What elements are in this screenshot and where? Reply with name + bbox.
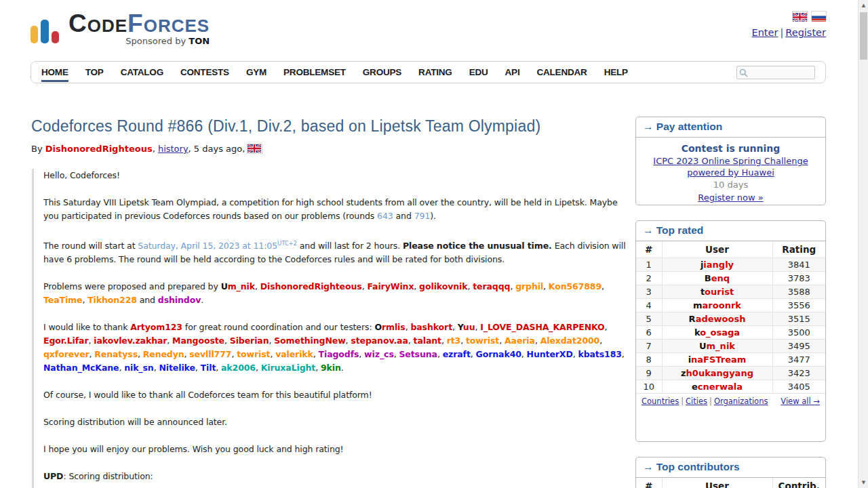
- user-link[interactable]: Nitelike: [159, 363, 195, 373]
- view-all-link[interactable]: View all →: [781, 396, 820, 406]
- nav-item-api[interactable]: API: [505, 67, 520, 77]
- page-scrollbar[interactable]: ▲ ▼: [858, 0, 868, 488]
- user-link[interactable]: bashkort: [410, 322, 452, 332]
- arrow-up-icon[interactable]: ▲: [859, 0, 868, 11]
- user-link[interactable]: U: [221, 281, 228, 291]
- cities-link[interactable]: Cities: [686, 396, 707, 406]
- user-link[interactable]: valerikk: [275, 349, 313, 359]
- user-link[interactable]: Gornak40: [476, 349, 521, 359]
- nav-item-gym[interactable]: GYM: [246, 67, 267, 77]
- user-link[interactable]: ecnerwala: [662, 380, 772, 394]
- inline-link[interactable]: 643: [377, 211, 393, 221]
- user-link[interactable]: grphil: [515, 281, 543, 291]
- user-link[interactable]: HunterXD: [527, 349, 573, 359]
- user-link[interactable]: Kon567889: [549, 281, 601, 291]
- codeforces-logo[interactable]: CodeForces Sponsored by TON: [31, 12, 210, 46]
- scrollbar-thumb[interactable]: [860, 12, 867, 60]
- user-link[interactable]: TeaTime: [43, 295, 82, 305]
- user-link[interactable]: golikovnik: [419, 281, 467, 291]
- user-link[interactable]: Artyom123: [130, 322, 182, 332]
- user-link[interactable]: Benq: [662, 272, 772, 285]
- user-link[interactable]: m_nik: [228, 281, 255, 291]
- user-link[interactable]: qxforever: [43, 349, 90, 359]
- countries-link[interactable]: Countries: [642, 396, 679, 406]
- user-link[interactable]: DishonoredRighteous: [45, 144, 153, 154]
- text-segment: ,: [437, 349, 443, 359]
- user-link[interactable]: jiangly: [662, 258, 772, 272]
- nav-item-rating[interactable]: RATING: [418, 67, 452, 77]
- user-link[interactable]: 9kin: [321, 363, 341, 373]
- nav-item-problemset[interactable]: PROBLEMSET: [283, 67, 346, 77]
- register-link[interactable]: Register: [785, 27, 826, 38]
- inline-link[interactable]: UTC+2: [277, 240, 297, 247]
- table-row: 9zh0ukangyang3423: [636, 367, 825, 380]
- user-link[interactable]: SomethingNew: [274, 336, 345, 346]
- user-link[interactable]: towrist: [237, 349, 270, 359]
- user-link[interactable]: ak2006: [221, 363, 256, 373]
- user-link[interactable]: Egor.Lifar: [43, 336, 89, 346]
- arrow-down-icon[interactable]: ▼: [859, 477, 868, 488]
- user-link[interactable]: ezraft: [443, 349, 471, 359]
- user-link[interactable]: O: [374, 322, 382, 332]
- blog-post-title[interactable]: Codeforces Round #866 (Div.1, Div.2, bas…: [31, 117, 540, 136]
- user-link[interactable]: Tikhon228: [87, 295, 137, 305]
- user-link[interactable]: nik_sn: [124, 363, 154, 373]
- user-link[interactable]: talant: [414, 336, 441, 346]
- user-link[interactable]: teraqqq: [473, 281, 510, 291]
- enter-link[interactable]: Enter: [751, 27, 778, 38]
- user-link[interactable]: towrist: [466, 336, 499, 346]
- ru-flag-icon[interactable]: [812, 12, 826, 20]
- user-link[interactable]: inaFSTream: [662, 353, 772, 367]
- user-link[interactable]: zh0ukangyang: [662, 367, 772, 380]
- register-now-link[interactable]: Register now »: [698, 192, 764, 203]
- user-link[interactable]: Renedyn: [143, 349, 184, 359]
- user-link[interactable]: FairyWinx: [367, 281, 414, 291]
- user-link[interactable]: I_LOVE_DASHA_KARPENKO: [480, 322, 604, 332]
- user-link[interactable]: tourist: [662, 285, 772, 299]
- user-link[interactable]: Radewoosh: [662, 312, 772, 326]
- nav-item-contests[interactable]: CONTESTS: [180, 67, 229, 77]
- nav-item-top[interactable]: TOP: [85, 67, 104, 77]
- organizations-link[interactable]: Organizations: [714, 396, 768, 406]
- user-link[interactable]: rt3: [447, 336, 461, 346]
- user-link[interactable]: Tiagodfs: [319, 349, 359, 359]
- inline-link[interactable]: Saturday, April 15, 2023 at 11:05: [138, 241, 277, 251]
- user-link[interactable]: Mangooste: [172, 336, 224, 346]
- user-link[interactable]: iakovlev.zakhar: [94, 336, 167, 346]
- user-link[interactable]: DishonoredRighteous: [260, 281, 362, 291]
- user-link[interactable]: Setsuna: [399, 349, 437, 359]
- user-link[interactable]: stepanov.aa: [351, 336, 408, 346]
- user-link[interactable]: Aaeria: [505, 336, 535, 346]
- search-input[interactable]: [749, 66, 814, 79]
- inline-link[interactable]: 791: [414, 211, 431, 221]
- user-link[interactable]: Tilt: [201, 363, 216, 373]
- user-link[interactable]: ko_osaga: [662, 326, 772, 340]
- user-link[interactable]: Y: [458, 322, 463, 332]
- nav-item-calendar[interactable]: CALENDAR: [536, 67, 587, 77]
- user-link[interactable]: Alexdat2000: [540, 336, 600, 346]
- text-segment: By: [31, 144, 45, 154]
- user-link[interactable]: kbats183: [578, 349, 621, 359]
- user-link[interactable]: Renatyss: [94, 349, 138, 359]
- user-link[interactable]: uu: [463, 322, 475, 332]
- text-segment: ,: [359, 349, 364, 359]
- user-link[interactable]: Siberian: [230, 336, 269, 346]
- user-link[interactable]: sevlll777: [189, 349, 231, 359]
- user-link[interactable]: wiz_cs: [364, 349, 394, 359]
- user-link[interactable]: KiruxaLight: [261, 363, 316, 373]
- nav-item-help[interactable]: HELP: [604, 67, 628, 77]
- pay-attention-caption: → Pay attention: [636, 117, 825, 138]
- nav-item-catalog[interactable]: CATALOG: [121, 67, 163, 77]
- nav-item-groups[interactable]: GROUPS: [363, 67, 401, 77]
- user-link[interactable]: Um_nik: [662, 340, 772, 353]
- user-link[interactable]: rmlis: [382, 322, 406, 332]
- nav-item-edu[interactable]: EDU: [469, 67, 488, 77]
- rank-cell: 10: [636, 380, 662, 394]
- user-link[interactable]: dshindov: [158, 295, 201, 305]
- user-link[interactable]: maroonrk: [662, 299, 772, 312]
- user-link[interactable]: Nathan_McKane: [43, 363, 119, 373]
- contest-link[interactable]: ICPC 2023 Online Spring Challenge powere…: [642, 155, 820, 178]
- nav-item-home[interactable]: HOME: [41, 67, 68, 77]
- uk-flag-icon[interactable]: [793, 12, 807, 20]
- history-link[interactable]: history: [158, 144, 189, 154]
